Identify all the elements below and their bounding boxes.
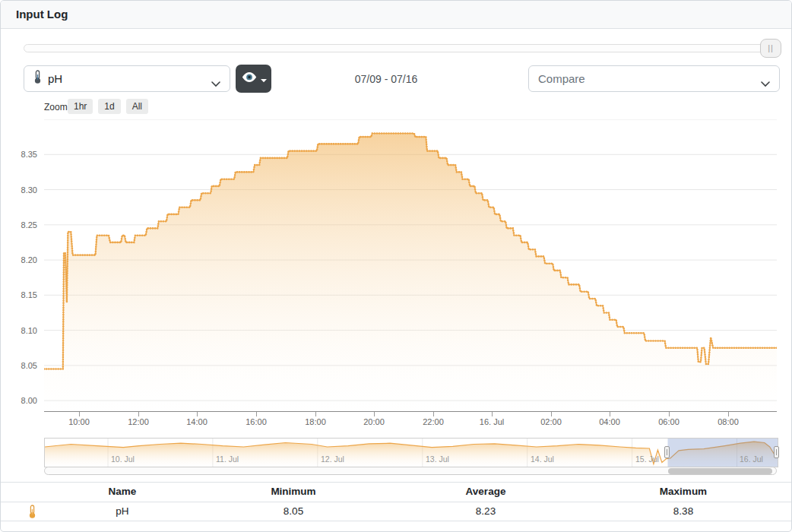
zoom-buttons: 1hr1dAll [68, 99, 148, 114]
x-tick-label: 12:00 [112, 417, 165, 426]
y-tick-label: 8.00 [1, 396, 37, 405]
x-tick [669, 412, 670, 416]
y-tick-label: 8.30 [1, 185, 37, 195]
x-tick [433, 412, 434, 416]
x-tick-label: 02:00 [524, 417, 578, 426]
visibility-button[interactable] [236, 65, 271, 93]
y-tick-label: 8.05 [1, 361, 37, 370]
x-tick-label: 22:00 [407, 417, 460, 426]
x-tick [197, 412, 198, 416]
navigator-scrollbar-thumb[interactable] [668, 468, 772, 474]
eye-icon [241, 71, 258, 86]
navigator-scrollbar-track[interactable] [44, 467, 777, 475]
navigator-left-handle[interactable] [664, 446, 670, 458]
table-row[interactable]: pH 8.05 8.23 8.38 [1, 502, 791, 521]
compare-select[interactable]: Compare [528, 65, 780, 92]
row-minimum: 8.05 [210, 505, 377, 517]
x-tick [79, 412, 80, 416]
caret-down-icon [261, 72, 267, 86]
chevron-down-icon [211, 77, 220, 90]
navigator-date-label: 14. Jul [531, 454, 554, 464]
navigator-date-label: 11. Jul [216, 454, 239, 464]
x-tick-label: 10:00 [52, 417, 106, 426]
y-tick-label: 8.15 [1, 290, 37, 299]
x-tick [492, 412, 493, 416]
x-axis-line [44, 411, 777, 412]
zoom-button-1hr[interactable]: 1hr [68, 99, 93, 114]
navigator-date-label: 12. Jul [321, 454, 344, 464]
y-tick-label: 8.25 [1, 220, 37, 230]
row-average: 8.23 [402, 505, 569, 517]
input-log-card: Input Log || pH 07/09 - 07/16 Compare Zo… [0, 0, 792, 532]
summary-table-header: Name Minimum Average Maximum [1, 482, 791, 502]
sensor-select[interactable]: pH [24, 65, 230, 92]
x-tick [374, 412, 375, 416]
x-tick-label: 14:00 [170, 417, 223, 426]
chevron-down-icon [761, 77, 770, 90]
x-tick [138, 412, 139, 416]
header-average: Average [402, 486, 569, 497]
compare-select-placeholder: Compare [538, 72, 585, 85]
summary-table: Name Minimum Average Maximum pH 8.05 8.2… [1, 482, 791, 521]
date-range-label: 07/09 - 07/16 [272, 73, 500, 85]
x-tick [551, 412, 552, 416]
navigator-date-label: 13. Jul [426, 454, 449, 464]
y-tick-label: 8.20 [1, 255, 37, 264]
x-tick-label: 16:00 [230, 417, 283, 426]
zoom-label: Zoom [44, 102, 68, 112]
x-tick-label: 16. Jul [465, 417, 518, 426]
ph-area-chart[interactable] [44, 119, 777, 411]
row-maximum: 8.38 [600, 505, 767, 517]
header-maximum: Maximum [600, 486, 767, 497]
x-tick-label: 20:00 [347, 417, 401, 426]
x-tick-label: 06:00 [642, 417, 695, 426]
x-tick [728, 412, 729, 416]
date-range-slider-track[interactable] [24, 44, 768, 52]
zoom-button-all[interactable]: All [126, 99, 148, 114]
page-title: Input Log [16, 8, 68, 21]
x-tick [315, 412, 316, 416]
row-name: pH [39, 505, 206, 517]
header-name: Name [39, 486, 206, 497]
card-header: Input Log [1, 1, 791, 29]
thermometer-icon [28, 505, 36, 522]
navigator-date-label: 15. Jul [635, 454, 659, 464]
header-minimum: Minimum [210, 486, 377, 497]
zoom-button-1d[interactable]: 1d [98, 99, 120, 114]
navigator-date-label: 10. Jul [111, 454, 135, 464]
x-tick-label: 08:00 [702, 417, 755, 426]
x-tick [610, 412, 610, 416]
navigator-date-label: 16. Jul [740, 454, 763, 464]
thermometer-icon [33, 70, 42, 87]
navigator-right-handle[interactable] [774, 446, 779, 458]
date-range-slider-handle[interactable]: || [760, 39, 781, 58]
y-tick-label: 8.10 [1, 326, 37, 335]
sensor-select-value: pH [48, 72, 62, 85]
x-tick-label: 18:00 [289, 417, 342, 426]
x-tick [256, 412, 257, 416]
y-tick-label: 8.35 [1, 150, 37, 159]
x-tick-label: 04:00 [583, 417, 636, 426]
